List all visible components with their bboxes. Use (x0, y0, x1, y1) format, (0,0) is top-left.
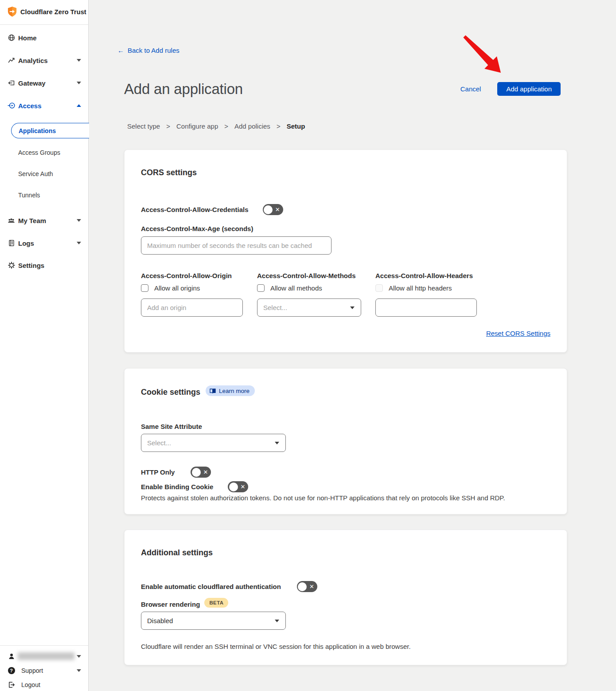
team-icon (8, 217, 15, 224)
user-menu[interactable] (0, 651, 89, 662)
annotation-arrow-icon (462, 34, 503, 75)
allow-credentials-toggle[interactable]: ✕ (263, 204, 283, 215)
cloudflare-shield-logo-icon (7, 6, 17, 17)
back-arrow-icon: ← (117, 47, 124, 54)
browser-rendering-description: Cloudflare will render an SSH terminal o… (141, 643, 550, 650)
binding-cookie-description: Protects against stolen authorization to… (141, 494, 550, 502)
sidebar-item-my-team[interactable]: My Team (0, 215, 89, 226)
breadcrumb-add-policies[interactable]: Add policies (234, 122, 270, 130)
allow-all-origins-label: Allow all origins (154, 284, 200, 292)
support-menu[interactable]: ? Support (0, 666, 89, 675)
cookie-settings-card: Cookie settings Learn more Same Site Att… (124, 368, 567, 514)
chevron-down-icon (350, 306, 355, 309)
breadcrumb-select-type[interactable]: Select type (127, 122, 160, 130)
same-site-select[interactable]: Select... (141, 434, 286, 452)
help-icon: ? (8, 667, 15, 675)
cors-settings-title: CORS settings (141, 168, 550, 177)
sidebar-item-label: Logs (18, 239, 34, 247)
sidebar-item-label: My Team (18, 217, 46, 224)
methods-select-placeholder: Select... (263, 304, 287, 311)
user-icon (8, 653, 15, 660)
allow-all-headers-checkbox[interactable] (375, 284, 383, 292)
back-to-add-rules-link[interactable]: ← Back to Add rules (117, 47, 179, 54)
breadcrumb: Select type > Configure app > Add polici… (127, 122, 305, 130)
http-only-toggle[interactable]: ✕ (191, 467, 211, 478)
reset-cors-link[interactable]: Reset CORS Settings (486, 330, 550, 337)
breadcrumb-setup: Setup (287, 122, 305, 130)
toggle-knob (264, 205, 273, 214)
learn-more-badge[interactable]: Learn more (206, 385, 255, 396)
binding-cookie-label: Enable Binding Cookie (141, 483, 213, 491)
http-only-label: HTTP Only (141, 468, 175, 476)
book-icon (210, 388, 216, 394)
support-label: Support (21, 667, 43, 674)
binding-cookie-toggle[interactable]: ✕ (228, 481, 248, 492)
breadcrumb-separator: > (224, 122, 228, 130)
sidebar-item-settings[interactable]: Settings (0, 260, 89, 271)
cloudflared-auth-toggle[interactable]: ✕ (297, 581, 317, 592)
header-actions: Cancel Add application (460, 82, 561, 96)
sidebar-item-label: Service Auth (18, 170, 53, 177)
add-application-button[interactable]: Add application (497, 82, 561, 96)
logout-icon (8, 681, 15, 689)
page-title: Add an application (124, 81, 243, 98)
logout-button[interactable]: Logout (0, 680, 89, 690)
allow-all-methods-checkbox[interactable] (257, 284, 265, 292)
main-content: ← Back to Add rules Add an application C… (89, 0, 616, 691)
browser-rendering-label: Browser rendering (141, 601, 200, 608)
cloudflared-auth-label: Enable automatic cloudflared authenticat… (141, 583, 281, 590)
cors-settings-card: CORS settings Access-Control-Allow-Crede… (124, 149, 567, 353)
same-site-placeholder: Select... (147, 439, 171, 447)
brand-title: Cloudflare Zero Trust (20, 8, 86, 16)
cancel-button[interactable]: Cancel (460, 85, 481, 93)
sidebar-item-logs[interactable]: Logs (0, 238, 89, 248)
toggle-x-icon: ✕ (240, 484, 245, 490)
allow-credentials-label: Access-Control-Allow-Credentials (141, 206, 249, 213)
additional-settings-card: Additional settings Enable automatic clo… (124, 530, 567, 665)
sidebar-item-applications[interactable]: Applications (11, 123, 89, 138)
allow-all-origins-checkbox[interactable] (141, 284, 148, 292)
sidebar-item-gateway[interactable]: Gateway (0, 78, 89, 88)
chevron-down-icon (77, 82, 81, 84)
analytics-icon (8, 57, 15, 64)
sidebar-item-tunnels[interactable]: Tunnels (0, 190, 89, 200)
toggle-knob (229, 483, 238, 491)
back-link-label: Back to Add rules (128, 47, 179, 54)
sidebar-footer-divider (0, 645, 88, 646)
sidebar: Cloudflare Zero Trust Home Analytics (0, 0, 89, 691)
breadcrumb-separator: > (277, 122, 281, 130)
max-age-input[interactable] (141, 236, 331, 255)
chevron-down-icon (77, 59, 81, 62)
toggle-knob (298, 582, 307, 591)
max-age-label: Access-Control-Max-Age (seconds) (141, 225, 550, 232)
allow-origin-column: Access-Control-Allow-Origin Allow all or… (141, 272, 243, 317)
sidebar-item-analytics[interactable]: Analytics (0, 55, 89, 66)
sidebar-item-access-groups[interactable]: Access Groups (0, 148, 89, 157)
cookie-settings-title: Cookie settings (141, 388, 200, 397)
brand[interactable]: Cloudflare Zero Trust (7, 6, 86, 17)
browser-rendering-select[interactable]: Disabled (141, 612, 286, 630)
breadcrumb-configure-app[interactable]: Configure app (176, 122, 218, 130)
same-site-label: Same Site Attribute (141, 423, 550, 430)
toggle-x-icon: ✕ (275, 207, 280, 212)
sidebar-item-label: Home (18, 34, 37, 42)
chevron-down-icon (275, 620, 279, 622)
sidebar-item-service-auth[interactable]: Service Auth (0, 169, 89, 179)
browser-rendering-value: Disabled (147, 617, 173, 624)
sidebar-item-home[interactable]: Home (0, 32, 89, 43)
allow-methods-column: Access-Control-Allow-Methods Allow all m… (257, 272, 361, 317)
sidebar-item-label: Settings (18, 262, 44, 269)
add-origin-input[interactable] (141, 298, 243, 317)
globe-icon (8, 34, 15, 42)
allow-origin-label: Access-Control-Allow-Origin (141, 272, 243, 279)
allow-methods-label: Access-Control-Allow-Methods (257, 272, 361, 279)
chevron-down-icon (77, 669, 81, 672)
sidebar-item-access[interactable]: Access (0, 100, 89, 111)
toggle-x-icon: ✕ (203, 469, 208, 475)
additional-settings-title: Additional settings (141, 548, 550, 558)
sidebar-item-label: Gateway (18, 79, 46, 87)
headers-input[interactable] (375, 298, 477, 317)
sidebar-item-label: Tunnels (18, 192, 40, 199)
gateway-icon (8, 79, 15, 87)
methods-select[interactable]: Select... (257, 298, 361, 317)
